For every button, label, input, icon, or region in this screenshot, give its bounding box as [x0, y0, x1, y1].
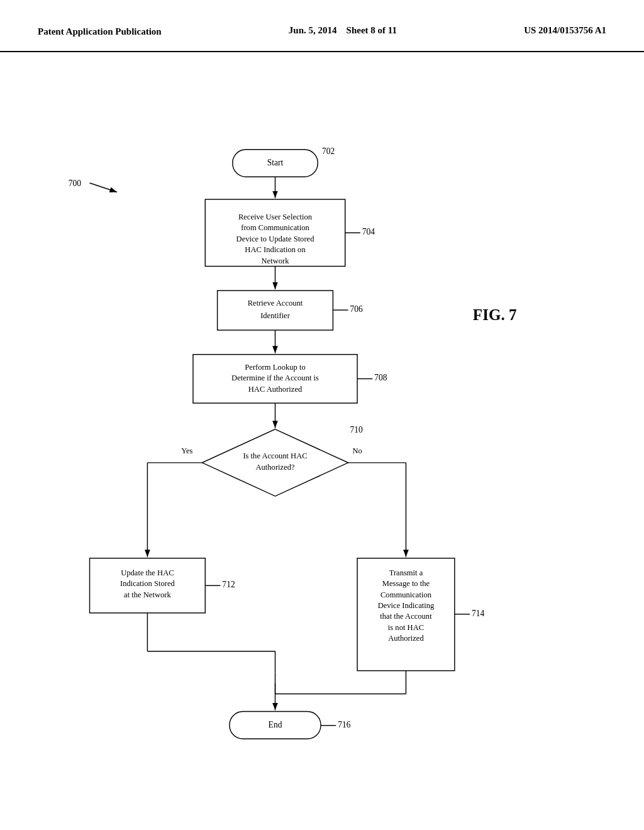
node-714-line1: Transmit a: [389, 568, 423, 577]
publication-date: Jun. 5, 2014: [289, 25, 337, 35]
ref-712: 712: [222, 580, 235, 589]
ref-716: 716: [338, 720, 351, 729]
node-714-line6: is not HAC: [388, 623, 424, 632]
diagram-area: 700 Start 702 Receive User Selection fro…: [0, 52, 644, 794]
fig-label: FIG. 7: [473, 306, 517, 323]
end-label: End: [269, 720, 282, 729]
node-708-line1: Perform Lookup to: [245, 363, 305, 372]
node-712-line3: at the Network: [124, 590, 171, 599]
sheet-info: Sheet 8 of 11: [347, 25, 397, 35]
node-704-line3: Device to Update Stored: [236, 235, 315, 243]
node-704-line1: Receive User Selection: [238, 213, 313, 221]
flowchart-svg: 700 Start 702 Receive User Selection fro…: [0, 52, 644, 794]
node-710-line1: Is the Account HAC: [243, 451, 307, 460]
publication-title: Patent Application Publication: [38, 25, 162, 38]
start-label: Start: [267, 158, 284, 167]
node-714-line5: that the Account: [380, 612, 432, 621]
node-704-line5: Network: [262, 257, 290, 265]
ref-702: 702: [322, 147, 335, 156]
node-704-line2: from Communication: [241, 223, 309, 232]
node-708-line3: HAC Authorized: [248, 385, 303, 394]
header-center: Jun. 5, 2014 Sheet 8 of 11: [289, 25, 397, 36]
node-714-line4: Device Indicating: [378, 601, 435, 610]
no-label: No: [352, 446, 362, 455]
node-714-line7: Authorized: [388, 634, 424, 643]
node-708-line2: Determine if the Account is: [231, 374, 319, 382]
patent-number: US 2014/0153756 A1: [524, 25, 606, 36]
ref-710: 710: [350, 425, 363, 434]
ref-704: 704: [362, 227, 375, 236]
node-706-line1: Retrieve Account: [248, 299, 303, 307]
node-706-line2: Identifier: [260, 311, 291, 320]
node-714-line3: Communication: [380, 590, 432, 599]
ref-714: 714: [472, 609, 485, 618]
ref-706: 706: [350, 304, 363, 314]
ref-700-label: 700: [69, 179, 82, 188]
node-704-line4: HAC Indication on: [245, 245, 306, 254]
node-712-line1: Update the HAC: [121, 568, 174, 577]
node-710-line2: Authorized?: [255, 463, 295, 472]
yes-label: Yes: [181, 446, 192, 455]
page-header: Patent Application Publication Jun. 5, 2…: [0, 0, 644, 52]
svg-line-0: [90, 183, 118, 192]
ref-708: 708: [374, 373, 387, 382]
node-712-line2: Indication Stored: [120, 579, 175, 588]
node-714-line2: Message to the: [382, 579, 430, 588]
node-706: [218, 290, 333, 330]
